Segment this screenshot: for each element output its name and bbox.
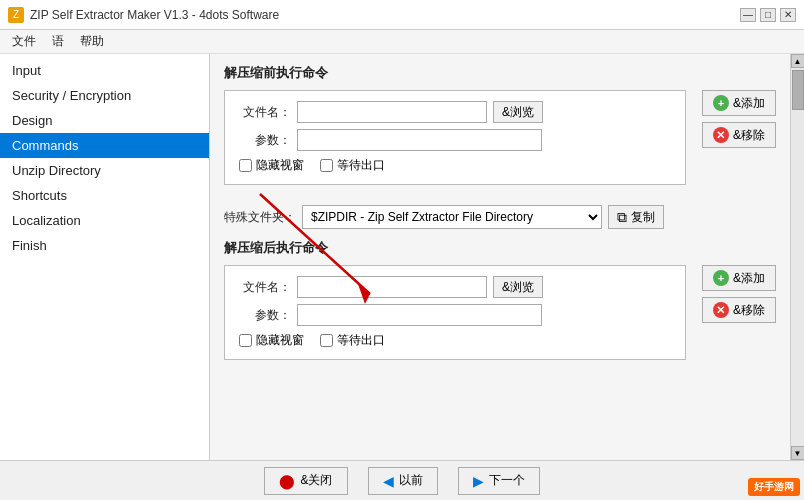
section1-params-row: 参数：	[239, 129, 671, 151]
prev-icon: ◀	[383, 473, 394, 489]
section2-params-row: 参数：	[239, 304, 671, 326]
next-icon: ▶	[473, 473, 484, 489]
scroll-down[interactable]: ▼	[791, 446, 805, 460]
add-icon-2: +	[713, 270, 729, 286]
app-icon: Z	[8, 7, 24, 23]
sidebar-item-input[interactable]: Input	[0, 58, 209, 83]
next-button[interactable]: ▶ 下一个	[458, 467, 540, 495]
prev-button[interactable]: ◀ 以前	[368, 467, 438, 495]
special-folder-label: 特殊文件夹：	[224, 209, 296, 226]
section2-wait-exit-checkbox[interactable]	[320, 334, 333, 347]
special-folder-select[interactable]: $ZIPDIR - Zip Self Zxtractor File Direct…	[302, 205, 602, 229]
title-bar-text: ZIP Self Extractor Maker V1.3 - 4dots So…	[30, 8, 734, 22]
section2-form: 文件名： &浏览 参数： 隐藏视窗 等待出口	[224, 265, 686, 360]
menu-language[interactable]: 语	[44, 31, 72, 52]
section2-params-label: 参数：	[239, 307, 291, 324]
section1-checkboxes: 隐藏视窗 等待出口	[239, 157, 671, 174]
sidebar-item-security[interactable]: Security / Encryption	[0, 83, 209, 108]
copy-button[interactable]: ⧉ 复制	[608, 205, 664, 229]
section2-remove-button[interactable]: ✕ &移除	[702, 297, 776, 323]
section1-filename-label: 文件名：	[239, 104, 291, 121]
section2-title: 解压缩后执行命令	[224, 239, 776, 257]
section1-title: 解压缩前执行命令	[224, 64, 776, 82]
remove-icon-2: ✕	[713, 302, 729, 318]
section1-params-label: 参数：	[239, 132, 291, 149]
section1-filename-row: 文件名： &浏览	[239, 101, 671, 123]
section2-filename-input[interactable]	[297, 276, 487, 298]
section2-hide-window[interactable]: 隐藏视窗	[239, 332, 304, 349]
section1-wait-exit-checkbox[interactable]	[320, 159, 333, 172]
section2-action-buttons: + &添加 ✕ &移除	[702, 265, 776, 323]
section1-remove-button[interactable]: ✕ &移除	[702, 122, 776, 148]
section2-wait-exit[interactable]: 等待出口	[320, 332, 385, 349]
section2-filename-row: 文件名： &浏览	[239, 276, 671, 298]
special-folder-row: 特殊文件夹： $ZIPDIR - Zip Self Zxtractor File…	[224, 205, 776, 229]
remove-icon: ✕	[713, 127, 729, 143]
scrollbar[interactable]: ▲ ▼	[790, 54, 804, 460]
add-icon: +	[713, 95, 729, 111]
right-panel: 解压缩前执行命令 文件名： &浏览 参数： 隐藏视窗	[210, 54, 790, 460]
sidebar-item-localization[interactable]: Localization	[0, 208, 209, 233]
sidebar-item-shortcuts[interactable]: Shortcuts	[0, 183, 209, 208]
section1-browse-button[interactable]: &浏览	[493, 101, 543, 123]
minimize-button[interactable]: —	[740, 8, 756, 22]
sidebar-item-design[interactable]: Design	[0, 108, 209, 133]
section2-params-input[interactable]	[297, 304, 542, 326]
section2-hide-window-checkbox[interactable]	[239, 334, 252, 347]
main-content: Input Security / Encryption Design Comma…	[0, 54, 804, 460]
section1-hide-window-checkbox[interactable]	[239, 159, 252, 172]
close-icon: ⬤	[279, 473, 295, 489]
section1-action-buttons: + &添加 ✕ &移除	[702, 90, 776, 148]
section1-filename-input[interactable]	[297, 101, 487, 123]
section1-form: 文件名： &浏览 参数： 隐藏视窗 等待出口	[224, 90, 686, 185]
section2-checkboxes: 隐藏视窗 等待出口	[239, 332, 671, 349]
sidebar-item-finish[interactable]: Finish	[0, 233, 209, 258]
menu-help[interactable]: 帮助	[72, 31, 112, 52]
scroll-thumb[interactable]	[792, 70, 804, 110]
close-button[interactable]: ✕	[780, 8, 796, 22]
menu-bar: 文件 语 帮助	[0, 30, 804, 54]
sidebar-item-unzip-directory[interactable]: Unzip Directory	[0, 158, 209, 183]
maximize-button[interactable]: □	[760, 8, 776, 22]
title-controls: — □ ✕	[740, 8, 796, 22]
copy-icon: ⧉	[617, 209, 627, 226]
menu-file[interactable]: 文件	[4, 31, 44, 52]
section2-add-button[interactable]: + &添加	[702, 265, 776, 291]
bottom-bar: ⬤ &关闭 ◀ 以前 ▶ 下一个	[0, 460, 804, 500]
section2-filename-label: 文件名：	[239, 279, 291, 296]
section2-browse-button[interactable]: &浏览	[493, 276, 543, 298]
section1-add-button[interactable]: + &添加	[702, 90, 776, 116]
section1-hide-window[interactable]: 隐藏视窗	[239, 157, 304, 174]
sidebar-item-commands[interactable]: Commands	[0, 133, 209, 158]
title-bar: Z ZIP Self Extractor Maker V1.3 - 4dots …	[0, 0, 804, 30]
sidebar: Input Security / Encryption Design Comma…	[0, 54, 210, 460]
section1-params-input[interactable]	[297, 129, 542, 151]
scroll-up[interactable]: ▲	[791, 54, 805, 68]
watermark: 好手游网	[748, 478, 800, 496]
close-button[interactable]: ⬤ &关闭	[264, 467, 347, 495]
section1-wait-exit[interactable]: 等待出口	[320, 157, 385, 174]
